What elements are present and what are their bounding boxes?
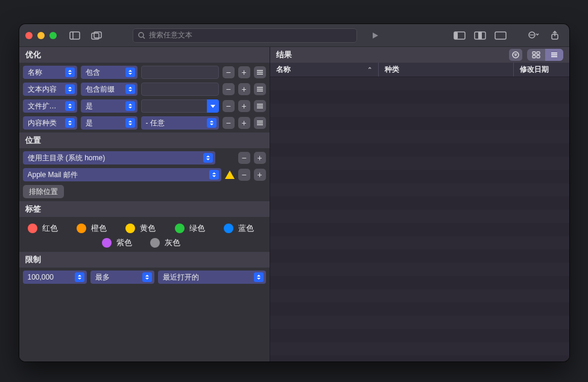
row-options-button[interactable]: [254, 66, 266, 78]
view-list-button[interactable]: [545, 49, 563, 61]
sidebar-fill: [19, 287, 270, 362]
close-window-button[interactable]: [25, 32, 33, 39]
location-row: 使用主目录 (系统 home) − +: [23, 151, 266, 164]
attribute-popup[interactable]: 名称: [23, 66, 77, 79]
value-text-field[interactable]: [141, 83, 219, 96]
criteria-row: 文件扩展名 是 − +: [23, 99, 266, 113]
svg-point-14: [531, 34, 533, 36]
results-columns: 名称 ⌃ 种类 修改日期: [270, 63, 569, 77]
svg-rect-11: [495, 32, 506, 39]
location-row: Apple Mail 邮件 − +: [23, 168, 266, 181]
column-name[interactable]: 名称 ⌃: [270, 63, 379, 77]
operator-popup[interactable]: 包含: [81, 66, 138, 79]
svg-rect-36: [533, 55, 536, 58]
tags-header: 标签: [19, 201, 270, 217]
add-location-button[interactable]: +: [254, 152, 266, 164]
svg-marker-6: [373, 33, 378, 39]
limit-count-popup[interactable]: 100,000: [23, 271, 87, 284]
criteria-row: 名称 包含 − +: [23, 66, 266, 79]
results-filter-button[interactable]: [509, 49, 522, 61]
limit-row-container: 100,000 最多 最近打开的: [19, 268, 270, 287]
add-row-button[interactable]: +: [238, 66, 250, 78]
limit-row: 100,000 最多 最近打开的: [23, 271, 266, 284]
value-text-field[interactable]: [141, 66, 219, 79]
tag-blue[interactable]: 蓝色: [218, 223, 267, 234]
combo-dropdown-icon[interactable]: [207, 99, 219, 113]
attribute-popup[interactable]: 内容种类: [23, 116, 77, 130]
tag-red[interactable]: 红色: [22, 223, 71, 234]
svg-point-13: [530, 34, 531, 36]
operator-popup[interactable]: 包含前缀: [81, 83, 138, 96]
layout-mode-group: [451, 29, 509, 42]
svg-point-15: [533, 34, 534, 36]
location-header: 位置: [19, 133, 270, 148]
remove-row-button[interactable]: −: [223, 117, 235, 129]
remove-row-button[interactable]: −: [223, 83, 235, 95]
svg-point-4: [139, 33, 144, 37]
limit-header: 限制: [19, 252, 270, 268]
tags-row-1: 红色 橙色 黄色 绿色 蓝色: [19, 217, 270, 237]
tag-swatch-icon: [77, 224, 86, 233]
svg-rect-10: [478, 32, 482, 39]
remove-location-button[interactable]: −: [238, 169, 250, 181]
attribute-popup[interactable]: 文本内容: [23, 83, 77, 96]
row-options-button[interactable]: [254, 100, 266, 112]
row-options-button[interactable]: [254, 117, 266, 129]
add-row-button[interactable]: +: [238, 117, 250, 129]
tag-swatch-icon: [150, 238, 160, 248]
add-row-button[interactable]: +: [238, 83, 250, 95]
operator-popup[interactable]: 是: [81, 116, 138, 130]
tag-orange[interactable]: 橙色: [71, 223, 119, 234]
windows-button[interactable]: [88, 29, 105, 42]
warning-icon: [225, 171, 235, 179]
results-list[interactable]: [270, 77, 569, 362]
limit-kind-popup[interactable]: 最多: [90, 271, 154, 284]
operator-popup[interactable]: 是: [81, 99, 138, 113]
attribute-popup[interactable]: 文件扩展名: [23, 99, 77, 113]
tag-gray[interactable]: 灰色: [144, 237, 192, 248]
share-button[interactable]: [546, 29, 563, 42]
limit-by-popup[interactable]: 最近打开的: [158, 271, 266, 284]
run-search-button[interactable]: [367, 29, 384, 42]
more-menu-button[interactable]: [525, 29, 542, 42]
svg-rect-8: [454, 32, 458, 39]
exclude-locations-button[interactable]: 排除位置: [23, 185, 64, 198]
value-popup[interactable]: - 任意: [141, 116, 219, 130]
criteria-rows: 名称 包含 − +: [19, 63, 270, 133]
remove-location-button[interactable]: −: [238, 152, 250, 164]
remove-row-button[interactable]: −: [223, 66, 235, 78]
location-popup[interactable]: 使用主目录 (系统 home): [23, 151, 215, 164]
svg-rect-37: [537, 55, 540, 58]
results-header: 结果: [270, 47, 569, 63]
tag-green[interactable]: 绿色: [169, 223, 218, 234]
zoom-window-button[interactable]: [49, 32, 57, 39]
svg-rect-35: [537, 52, 540, 54]
svg-line-5: [143, 37, 145, 39]
tag-swatch-icon: [175, 224, 185, 233]
criteria-row: 内容种类 是 - 任意 − +: [23, 116, 266, 130]
tag-swatch-icon: [102, 238, 112, 248]
tag-purple[interactable]: 紫色: [96, 237, 144, 248]
svg-rect-34: [533, 52, 536, 54]
tag-yellow[interactable]: 黄色: [119, 223, 168, 234]
toggle-sidebar-button[interactable]: [66, 29, 83, 42]
location-popup[interactable]: Apple Mail 邮件: [23, 168, 221, 181]
add-row-button[interactable]: +: [238, 100, 250, 112]
search-placeholder: 搜索任意文本: [149, 30, 192, 40]
view-grid-button[interactable]: [527, 49, 545, 61]
minimize-window-button[interactable]: [37, 32, 45, 39]
add-location-button[interactable]: +: [254, 169, 266, 181]
results-panel: 结果 名称 ⌃: [270, 47, 569, 362]
layout-center-button[interactable]: [472, 29, 488, 42]
column-kind[interactable]: 种类: [379, 63, 514, 77]
row-options-button[interactable]: [254, 83, 266, 95]
column-modified[interactable]: 修改日期: [514, 63, 569, 77]
search-field[interactable]: 搜索任意文本: [133, 28, 357, 43]
value-combo[interactable]: [141, 99, 219, 113]
layout-full-button[interactable]: [492, 29, 509, 42]
toolbar: 搜索任意文本: [19, 24, 569, 47]
layout-left-button[interactable]: [451, 29, 468, 42]
remove-row-button[interactable]: −: [223, 100, 235, 112]
tag-swatch-icon: [28, 224, 37, 233]
refine-sidebar: 优化 名称 包含 − +: [19, 47, 270, 362]
